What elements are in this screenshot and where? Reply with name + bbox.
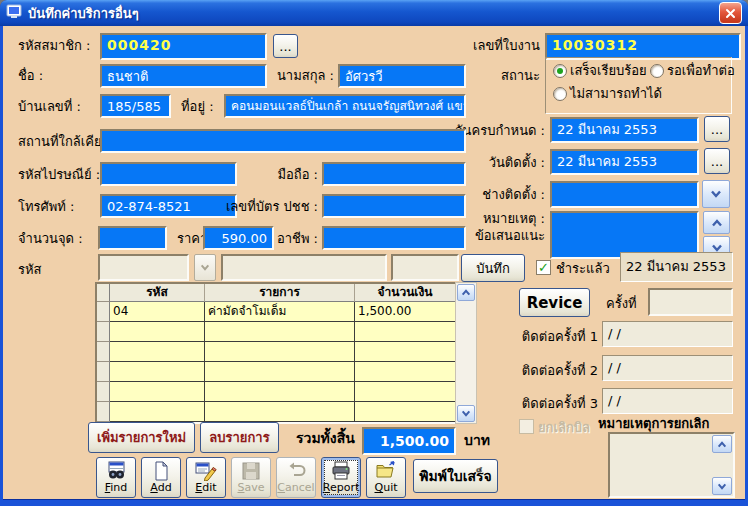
due-date-field[interactable]: 22 มีนาคม 2553 (550, 117, 699, 143)
items-table: รหัส รายการ จำนวนเงิน 04 ค่ามัดจำโมเด็ม … (95, 282, 457, 424)
scroll-down-icon (717, 483, 727, 490)
status-radio-done[interactable] (553, 64, 567, 78)
undo-icon (285, 461, 307, 481)
item-code-dropdown-button (194, 254, 216, 281)
paid-date-field: 22 มีนาคม 2553 (620, 252, 733, 282)
occupation-field[interactable] (322, 226, 466, 250)
delete-item-button[interactable]: ลบรายการ (200, 422, 279, 453)
price-field[interactable]: 590.00 (203, 226, 274, 250)
postal-code-label: รหัสไปรษณีย์ : (18, 167, 100, 182)
check-icon: ✓ (538, 261, 549, 274)
phone-label: โทรศัพท์ : (18, 199, 74, 214)
point-count-label: จำนวนจุด : (18, 231, 83, 246)
printer-icon (330, 461, 352, 481)
toolbar: Find Add Edit (96, 457, 406, 498)
void-bill-checkbox (519, 419, 534, 434)
table-scrollbar[interactable] (455, 282, 477, 424)
table-row[interactable] (97, 382, 455, 402)
edit-button[interactable]: Edit (186, 457, 226, 498)
revice-no-field (648, 288, 733, 316)
col-header-desc: รายการ (205, 284, 355, 302)
table-row[interactable] (97, 362, 455, 382)
address-label: ที่อยู่ : (181, 99, 214, 114)
open-folder-icon (375, 461, 397, 481)
grand-total-label: รวมทั้งสิ้น (296, 431, 355, 446)
install-date-browse-button[interactable]: ... (704, 148, 730, 174)
table-row[interactable] (97, 342, 455, 362)
mobile-field[interactable] (322, 162, 466, 186)
point-count-field[interactable] (98, 226, 167, 250)
work-order-label: เลขที่ใบงาน (445, 38, 540, 53)
contact2-field[interactable]: / / (602, 355, 733, 381)
table-row[interactable]: 04 ค่ามัดจำโมเด็ม 1,500.00 (97, 302, 455, 322)
add-icon (150, 461, 172, 481)
revice-button[interactable]: Revice (519, 288, 590, 317)
grand-total-unit-label: บาท (464, 433, 490, 448)
citizen-id-label: เลขที่บัตร ปชช : (210, 199, 318, 214)
mobile-label: มือถือ : (258, 167, 318, 182)
technician-dropdown-button[interactable] (702, 180, 730, 208)
item-code-label: รหัส (18, 262, 42, 277)
member-code-label: รหัสสมาชิก : (18, 38, 91, 53)
void-note-scroll-up-button[interactable] (712, 435, 732, 453)
close-icon (725, 8, 736, 19)
remark-scroll-up-button[interactable] (703, 211, 730, 234)
occupation-label: อาชีพ : (270, 231, 318, 246)
find-icon (105, 461, 127, 481)
remark-label-line2: ข้อเสนอแนะ (475, 228, 545, 243)
grand-total-field: 1,500.00 (362, 427, 456, 455)
chevron-down-icon (710, 190, 722, 198)
last-name-label: นามสกุล : (266, 68, 334, 83)
item-amount-field (391, 254, 459, 281)
col-header-amount: จำนวนเงิน (355, 284, 455, 302)
technician-field[interactable] (550, 181, 699, 208)
member-code-field[interactable]: 000420 (100, 33, 267, 60)
last-name-field[interactable]: อัศวรวี (338, 64, 466, 88)
app-window: บันทึกค่าบริการอื่นๆ รหัสสมาชิก : 000420… (0, 0, 748, 506)
add-button[interactable]: Add (141, 457, 181, 498)
paid-checkbox[interactable]: ✓ (536, 260, 551, 275)
quit-button[interactable]: Quit (366, 457, 406, 498)
table-row[interactable] (97, 322, 455, 342)
cancel-button: Cancel (276, 457, 316, 498)
scroll-down-icon (461, 410, 471, 417)
member-browse-button[interactable]: ... (273, 34, 298, 58)
close-button[interactable] (719, 2, 742, 24)
item-desc-field (221, 254, 387, 281)
first-name-field[interactable]: ธนชาติ (100, 64, 267, 88)
col-header-code: รหัส (110, 284, 205, 302)
scroll-down-icon (711, 244, 723, 252)
scroll-up-icon (461, 289, 471, 296)
table-row[interactable] (97, 402, 455, 422)
void-note-scroll-down-button[interactable] (712, 477, 732, 495)
status-option-unable-label: ไม่สามารถทำได้ (570, 86, 662, 101)
install-date-field[interactable]: 22 มีนาคม 2553 (550, 149, 699, 175)
work-order-field[interactable]: 10030312 (545, 33, 741, 60)
contact1-field[interactable]: / / (602, 321, 733, 347)
address-field[interactable]: คอนมอนแวลธ์ปิ่นเกล้า ถนนจรัญสนิทวงศ์ แขว… (224, 94, 466, 118)
revice-no-label: ครั้งที่ (606, 296, 637, 311)
contact2-label: ติดต่อครั้งที่ 2 (510, 363, 598, 378)
void-bill-label: ยกเลิกบิล (538, 420, 590, 435)
table-scroll-down-button[interactable] (457, 405, 475, 422)
nearby-place-field[interactable] (100, 129, 466, 153)
remark-label-line1: หมายเหตุ : (483, 211, 545, 226)
house-no-field[interactable]: 185/585 (100, 94, 171, 118)
status-radio-pending[interactable] (650, 64, 664, 78)
titlebar: บันทึกค่าบริการอื่นๆ (0, 0, 748, 26)
table-scroll-up-button[interactable] (457, 284, 475, 301)
print-receipt-button[interactable]: พิมพ์ใบเสร็จ (413, 459, 498, 493)
add-item-button[interactable]: เพิ่มรายการใหม่ (88, 422, 195, 453)
status-radio-unable[interactable] (553, 87, 567, 101)
contact3-field[interactable]: / / (602, 388, 733, 414)
item-code-field (98, 254, 189, 281)
postal-code-field[interactable] (100, 162, 237, 186)
report-button[interactable]: Report (321, 457, 361, 498)
contact1-label: ติดต่อครั้งที่ 1 (510, 329, 598, 344)
contact3-label: ติดต่อครั้งที่ 3 (510, 396, 598, 411)
find-button[interactable]: Find (96, 457, 136, 498)
due-date-browse-button[interactable]: ... (704, 116, 730, 142)
save-entry-button[interactable]: บันทึก (461, 254, 525, 282)
scroll-up-icon (711, 219, 723, 227)
items-table-header: รหัส รายการ จำนวนเงิน (97, 284, 455, 302)
